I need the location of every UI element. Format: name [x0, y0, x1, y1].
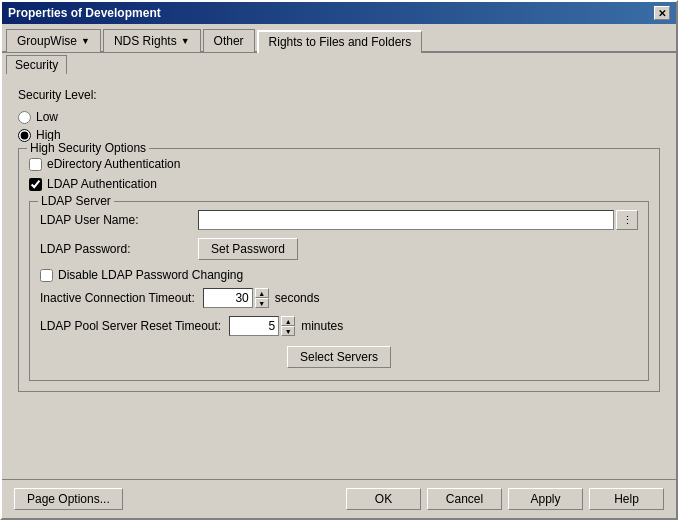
inactive-timeout-spinbtns: ▲ ▼: [255, 288, 269, 308]
pool-reset-row: LDAP Pool Server Reset Timeout: ▲ ▼ minu…: [40, 316, 638, 336]
security-level-label: Security Level:: [18, 88, 660, 102]
ldap-username-label: LDAP User Name:: [40, 213, 190, 227]
pool-reset-unit: minutes: [301, 319, 343, 333]
high-security-legend: High Security Options: [27, 141, 149, 155]
pool-reset-spinner: ▲ ▼ minutes: [229, 316, 343, 336]
inactive-timeout-row: Inactive Connection Timeout: ▲ ▼ seconds: [40, 288, 638, 308]
tabs-row: GroupWise ▼ NDS Rights ▼ Other Rights to…: [2, 24, 676, 53]
apply-button[interactable]: Apply: [508, 488, 583, 510]
ldap-server-legend: LDAP Server: [38, 194, 114, 208]
select-servers-button[interactable]: Select Servers: [287, 346, 391, 368]
radio-high-label: High: [36, 128, 61, 142]
pool-reset-spinbtns: ▲ ▼: [281, 316, 295, 336]
pool-reset-input[interactable]: [229, 316, 279, 336]
edirectory-item: eDirectory Authentication: [29, 157, 649, 171]
select-servers-wrap: Select Servers: [40, 346, 638, 368]
ldap-username-row: LDAP User Name: ⋮: [40, 210, 638, 230]
radio-high-item: High: [18, 128, 660, 142]
tab-rights-files[interactable]: Rights to Files and Folders: [257, 30, 423, 53]
edirectory-label: eDirectory Authentication: [47, 157, 180, 171]
footer-right-buttons: OK Cancel Apply Help: [346, 488, 664, 510]
window-title: Properties of Development: [8, 6, 161, 20]
disable-ldap-item: Disable LDAP Password Changing: [40, 268, 638, 282]
page-options-button[interactable]: Page Options...: [14, 488, 123, 510]
inactive-timeout-label: Inactive Connection Timeout:: [40, 291, 195, 305]
close-button[interactable]: ✕: [654, 6, 670, 20]
footer: Page Options... OK Cancel Apply Help: [2, 479, 676, 518]
radio-group: Low High: [18, 110, 660, 142]
radio-low[interactable]: [18, 111, 31, 124]
pool-reset-down[interactable]: ▼: [281, 326, 295, 336]
content-area: Security Level: Low High High Security O…: [2, 76, 676, 479]
ldap-username-browse-button[interactable]: ⋮: [616, 210, 638, 230]
inactive-timeout-spinner: ▲ ▼ seconds: [203, 288, 320, 308]
ldap-password-label: LDAP Password:: [40, 242, 190, 256]
disable-ldap-label: Disable LDAP Password Changing: [58, 268, 243, 282]
tab-groupwise[interactable]: GroupWise ▼: [6, 29, 101, 52]
radio-high[interactable]: [18, 129, 31, 142]
inactive-timeout-up[interactable]: ▲: [255, 288, 269, 298]
inactive-timeout-down[interactable]: ▼: [255, 298, 269, 308]
help-button[interactable]: Help: [589, 488, 664, 510]
sub-tab-security[interactable]: Security: [6, 55, 67, 74]
disable-ldap-checkbox[interactable]: [40, 269, 53, 282]
pool-reset-up[interactable]: ▲: [281, 316, 295, 326]
set-password-button[interactable]: Set Password: [198, 238, 298, 260]
tab-nds-rights[interactable]: NDS Rights ▼: [103, 29, 201, 52]
radio-low-item: Low: [18, 110, 660, 124]
ldap-username-input[interactable]: [198, 210, 614, 230]
high-security-group: High Security Options eDirectory Authent…: [18, 148, 660, 392]
ldap-username-input-wrap: ⋮: [198, 210, 638, 230]
tab-other[interactable]: Other: [203, 29, 255, 52]
groupwise-dropdown-icon: ▼: [81, 36, 90, 46]
ldap-label: LDAP Authentication: [47, 177, 157, 191]
ldap-password-row: LDAP Password: Set Password: [40, 238, 638, 260]
ok-button[interactable]: OK: [346, 488, 421, 510]
edirectory-checkbox[interactable]: [29, 158, 42, 171]
ldap-item: LDAP Authentication: [29, 177, 649, 191]
pool-reset-label: LDAP Pool Server Reset Timeout:: [40, 319, 221, 333]
inactive-timeout-unit: seconds: [275, 291, 320, 305]
ldap-checkbox[interactable]: [29, 178, 42, 191]
cancel-button[interactable]: Cancel: [427, 488, 502, 510]
nds-dropdown-icon: ▼: [181, 36, 190, 46]
title-bar: Properties of Development ✕: [2, 2, 676, 24]
radio-low-label: Low: [36, 110, 58, 124]
inactive-timeout-input[interactable]: [203, 288, 253, 308]
sub-tabs-row: Security: [2, 53, 676, 76]
main-window: Properties of Development ✕ GroupWise ▼ …: [0, 0, 678, 520]
ldap-server-group: LDAP Server LDAP User Name: ⋮ LDAP Passw…: [29, 201, 649, 381]
